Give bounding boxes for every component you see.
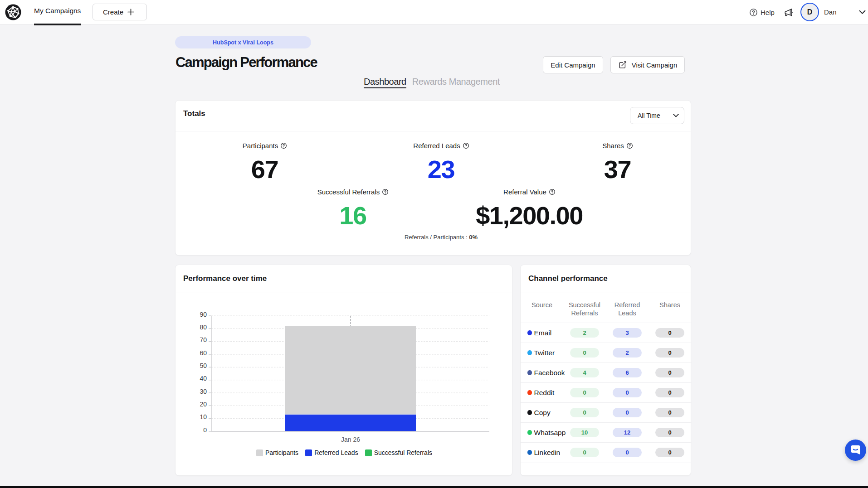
svg-text:60: 60 xyxy=(200,349,207,357)
svg-text:50: 50 xyxy=(200,362,207,369)
svg-text:80: 80 xyxy=(200,324,207,331)
svg-text:90: 90 xyxy=(200,311,207,318)
svg-text:30: 30 xyxy=(200,388,207,395)
svg-text:0: 0 xyxy=(203,426,207,434)
svg-text:10: 10 xyxy=(200,413,207,420)
svg-text:Jan 26: Jan 26 xyxy=(341,436,360,443)
svg-text:40: 40 xyxy=(200,375,207,382)
svg-text:70: 70 xyxy=(200,336,207,343)
svg-text:20: 20 xyxy=(200,401,207,408)
